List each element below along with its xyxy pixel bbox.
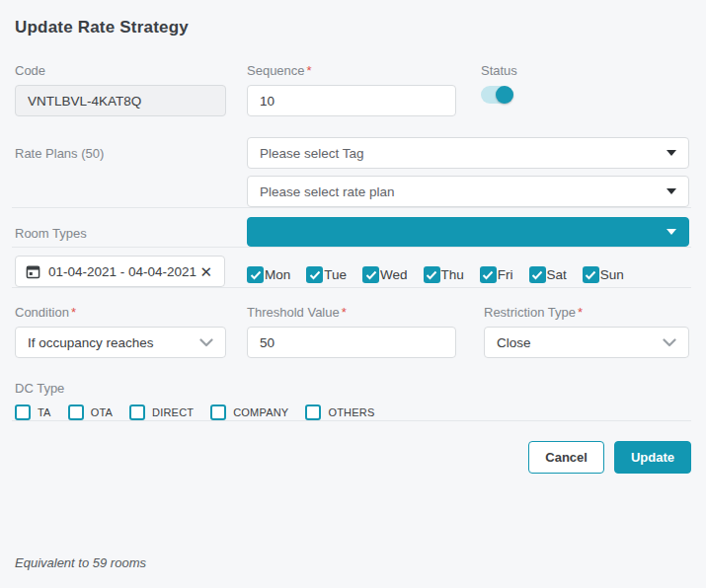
restriction-type-select[interactable]: Close <box>484 327 689 358</box>
weekday-mon-checkbox[interactable]: Mon <box>247 266 290 283</box>
dc-type-ota-checkbox[interactable]: OTA <box>68 404 113 420</box>
dc-type-others-checkbox[interactable]: OTHERS <box>305 404 374 420</box>
sequence-field[interactable] <box>247 85 456 116</box>
sequence-field-group: Sequence* <box>247 63 456 116</box>
condition-label: Condition* <box>15 305 226 320</box>
dc-type-section: DC Type TA OTA DIRECT COMPANY OTHERS <box>15 381 691 420</box>
clear-date-icon[interactable]: ✕ <box>197 262 214 281</box>
rate-plans-selects: Please select Tag Please select rate pla… <box>247 137 689 207</box>
tag-select-placeholder: Please select Tag <box>260 146 364 161</box>
rate-plan-select-placeholder: Please select rate plan <box>260 184 395 199</box>
dc-type-direct-checkbox[interactable]: DIRECT <box>129 404 194 420</box>
date-range-input[interactable]: 01-04-2021 - 04-04-2021 ✕ <box>15 256 225 287</box>
room-types-label: Room Types <box>15 217 247 241</box>
dc-type-label: DC Type <box>15 381 691 396</box>
date-weekdays-section: 01-04-2021 - 04-04-2021 ✕ Mon Tue Wed Th… <box>15 256 691 287</box>
checked-checkbox-icon <box>247 266 264 283</box>
caret-down-icon <box>667 229 676 235</box>
code-label: Code <box>15 63 226 78</box>
status-field-group: Status <box>481 63 517 105</box>
page-title: Update Rate Strategy <box>15 18 691 37</box>
toggle-knob-icon <box>496 86 513 104</box>
date-range-value: 01-04-2021 - 04-04-2021 <box>48 264 197 279</box>
code-field <box>15 85 226 116</box>
unchecked-checkbox-icon <box>305 404 321 420</box>
room-types-section: Room Types <box>15 217 691 247</box>
threshold-field-group: Threshold Value* <box>247 305 456 358</box>
weekday-sat-checkbox[interactable]: Sat <box>529 266 567 283</box>
chevron-down-icon <box>663 338 676 347</box>
sequence-label: Sequence* <box>247 63 456 78</box>
status-label: Status <box>481 63 517 78</box>
required-asterisk: * <box>578 305 583 320</box>
tag-select[interactable]: Please select Tag <box>247 137 689 169</box>
threshold-label: Threshold Value* <box>247 305 456 320</box>
required-asterisk: * <box>342 305 347 320</box>
required-asterisk: * <box>71 305 76 320</box>
condition-field-group: Condition* If occupancy reaches <box>15 305 226 358</box>
checked-checkbox-icon <box>424 266 440 283</box>
unchecked-checkbox-icon <box>15 404 31 420</box>
weekday-wed-checkbox[interactable]: Wed <box>362 266 408 283</box>
condition-select[interactable]: If occupancy reaches <box>15 327 226 358</box>
equivalent-rooms-note: Equivalent to 59 rooms <box>15 555 146 570</box>
code-field-group: Code <box>15 63 226 116</box>
weekday-sun-checkbox[interactable]: Sun <box>583 266 624 283</box>
section-divider <box>12 207 691 208</box>
cancel-button[interactable]: Cancel <box>528 441 604 474</box>
update-rate-strategy-form: Update Rate Strategy Code Sequence* Stat… <box>0 0 706 474</box>
rate-plan-select[interactable]: Please select rate plan <box>247 176 689 207</box>
dc-type-checkbox-group: TA OTA DIRECT COMPANY OTHERS <box>15 404 691 420</box>
row-code-sequence-status: Code Sequence* Status <box>15 63 691 116</box>
condition-section: Condition* If occupancy reaches Threshol… <box>15 305 691 358</box>
caret-down-icon <box>667 150 676 156</box>
unchecked-checkbox-icon <box>129 404 145 420</box>
checked-checkbox-icon <box>362 266 379 283</box>
restriction-selected-value: Close <box>497 335 531 350</box>
update-button[interactable]: Update <box>614 441 691 474</box>
section-divider <box>12 420 691 421</box>
status-toggle[interactable] <box>481 85 513 105</box>
unchecked-checkbox-icon <box>68 404 84 420</box>
condition-selected-value: If occupancy reaches <box>28 335 154 350</box>
restriction-type-label: Restriction Type* <box>484 305 689 320</box>
checked-checkbox-icon <box>529 266 546 283</box>
required-asterisk: * <box>307 63 312 78</box>
chevron-down-icon <box>199 338 213 347</box>
form-actions: Cancel Update <box>15 441 691 474</box>
room-types-select[interactable] <box>247 217 689 247</box>
rate-plans-label: Rate Plans (50) <box>15 137 247 161</box>
unchecked-checkbox-icon <box>210 404 226 420</box>
section-divider <box>12 247 691 248</box>
threshold-field[interactable] <box>247 327 456 358</box>
checked-checkbox-icon <box>583 266 599 283</box>
weekday-thu-checkbox[interactable]: Thu <box>424 266 464 283</box>
calendar-icon <box>26 264 40 279</box>
checked-checkbox-icon <box>480 266 497 283</box>
checked-checkbox-icon <box>306 266 323 283</box>
dc-type-company-checkbox[interactable]: COMPANY <box>210 404 288 420</box>
weekday-tue-checkbox[interactable]: Tue <box>306 266 347 283</box>
section-divider <box>12 287 691 288</box>
dc-type-ta-checkbox[interactable]: TA <box>15 404 51 420</box>
weekday-checkbox-group: Mon Tue Wed Thu Fri Sat <box>247 259 624 283</box>
rate-plans-section: Rate Plans (50) Please select Tag Please… <box>15 137 691 207</box>
weekday-fri-checkbox[interactable]: Fri <box>480 266 513 283</box>
caret-down-icon <box>667 188 676 194</box>
restriction-field-group: Restriction Type* Close <box>484 305 689 358</box>
